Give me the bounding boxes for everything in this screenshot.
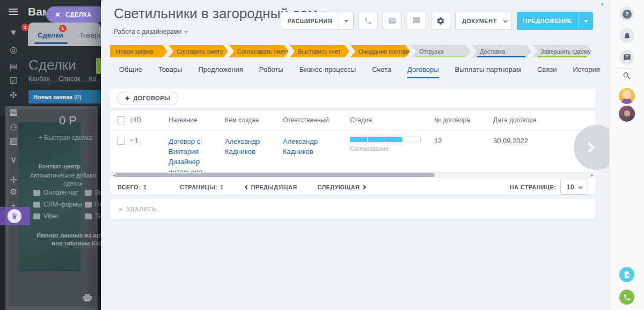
contacts-icon[interactable]: ▦ [8,106,19,118]
extensions-button[interactable]: РАСШИРЕНИЯ [281,12,354,30]
pipeline-stage[interactable]: Составить смету [169,45,228,57]
contract-name-link[interactable]: Договор с Виктория Дизайнер интерьера [169,137,214,177]
help-button[interactable]: ? [619,6,634,21]
gear-icon[interactable]: ⚙ [8,186,19,198]
gear-icon [436,17,445,25]
pipeline-stage[interactable]: Новая заявка [110,45,167,57]
scrollbar-thumb[interactable] [115,173,435,177]
automation-icon[interactable]: ✣ [8,90,19,101]
channel-icon [33,213,40,219]
avatar[interactable] [619,88,635,104]
column-header-date[interactable]: Дата договора [492,116,562,124]
import-link-line2: или таблицы Excel [52,240,101,246]
deals-counter-badge: 1 [59,25,67,32]
offer-button[interactable]: ПРЕДЛОЖЕНИЕ [517,12,593,30]
active-tab-underline [34,42,68,44]
channel-partial: Те [85,212,101,220]
target-icon[interactable]: ◎ [8,44,19,56]
divider [28,82,101,82]
email-button[interactable] [383,12,402,30]
tab-Связи[interactable]: Связи [537,65,557,77]
close-icon[interactable]: ✕ [55,11,61,19]
stage-color-strip [477,56,525,57]
prev-page-button[interactable]: ПРЕДЫДУЩАЯ [245,184,297,190]
pipeline-stage[interactable]: Ожидание поставки [350,45,410,57]
tab-Счета[interactable]: Счета [372,65,391,77]
chevron-down-icon [344,20,348,23]
column-header-number[interactable]: № договора [433,116,492,124]
mobile-app-button[interactable] [619,267,634,282]
cell-id: 1 [134,130,167,172]
search-icon [623,71,632,80]
cart-icon[interactable]: ▤ [8,61,19,72]
horizontal-scrollbar[interactable]: ◄ ► [111,172,595,178]
crm-funnel-icon[interactable]: ▼1 [8,27,19,39]
printer-icon [83,294,92,301]
mobile-cloud-icon [623,271,631,279]
document-button[interactable]: ДОКУМЕНТ [455,12,512,30]
created-by-link[interactable]: Александр Кадников [225,137,273,157]
column-header-created-by[interactable]: Кем создан [224,116,282,124]
tab-Роботы[interactable]: Роботы [259,65,283,77]
pipeline-stage[interactable]: Согласовать смету [229,45,289,57]
storage-icon[interactable]: ▥ [8,135,19,147]
delete-button[interactable]: × УДАЛИТЬ [119,205,156,213]
progress-segment [402,137,421,142]
tab-Товары[interactable]: Товары [158,65,182,77]
scroll-up-icon[interactable]: ▲ [600,1,605,6]
crown-icon[interactable]: ♛ [8,209,21,223]
tab-Договоры[interactable]: Договоры [407,65,438,78]
avatar[interactable] [619,106,635,122]
tab-Общие[interactable]: Общие [119,65,142,77]
pipeline-stage[interactable]: Завершить сделку [532,45,592,57]
progress-segment [368,137,385,142]
group-actions-card: × УДАЛИТЬ [110,199,596,219]
chevron-down-icon [503,18,507,23]
deals-page-heading: Сделки [28,57,76,73]
row-checkbox[interactable] [117,137,125,145]
pipeline-selector[interactable]: Работа с дизайнерами [114,28,188,36]
settings-button[interactable] [431,12,450,30]
chevron-right-icon [362,184,366,189]
row-menu-icon[interactable]: ≡ [129,137,134,145]
next-page-button[interactable]: СЛЕДУЮЩАЯ [318,184,366,190]
tab-Предложения[interactable]: Предложения [198,65,243,77]
pipeline-stage[interactable]: Отгрузка [411,45,471,57]
search-button[interactable] [623,71,632,83]
pipeline-stage[interactable]: Доставка [472,45,531,57]
tasks-icon[interactable]: ☑ [8,75,19,87]
telephony-button[interactable] [619,290,634,305]
phone-icon [364,17,372,25]
slider-entity-badge: ✕ СДЕЛКА [46,6,108,23]
flow-icon[interactable]: ✢ [8,174,19,186]
grid-toolbar-card: + ДОГОВОРЫ [110,88,596,108]
kanban-column-amount: 0 Р [59,114,77,128]
mail-icon [388,17,397,25]
contracts-grid-card: ⚙ ID Название Кем создан Ответственный С… [110,110,596,195]
pipeline-stage[interactable]: Выставить счет [290,45,349,57]
column-header-responsible[interactable]: Ответственный [282,116,349,124]
add-contract-button[interactable]: + ДОГОВОРЫ [117,92,178,105]
tab-История[interactable]: История [573,65,599,77]
call-button[interactable] [358,12,378,30]
select-all-checkbox[interactable] [117,116,125,124]
tab-Выплаты партнерам[interactable]: Выплаты партнерам [455,65,521,77]
per-page-select[interactable]: 10 [560,180,588,195]
tab-Бизнес-процессы[interactable]: Бизнес-процессы [299,65,356,77]
chevron-down-icon[interactable]: ∨ [8,154,19,166]
column-header-id[interactable]: ID [134,116,167,124]
view-option-Список: Список [58,75,80,84]
scroll-right-icon[interactable]: ► [590,173,594,178]
progress-segment [350,137,367,142]
column-header-stage[interactable]: Стадия [349,116,433,124]
overlay-backdrop[interactable]: Вам Св Сделки 1 Товары Сделки КанбанСпис… [0,0,101,310]
open-chat-button[interactable] [407,12,426,30]
plus-icon: + [125,94,130,102]
responsible-link[interactable]: Александр Кадников [283,137,349,157]
contact-center-subtitle2: сделок [63,180,82,187]
robot-icon[interactable]: ⚇ [8,122,19,134]
column-header-name[interactable]: Название [167,116,224,124]
messenger-button[interactable] [619,50,634,65]
channel-icon [33,202,40,208]
notifications-button[interactable] [619,28,634,43]
